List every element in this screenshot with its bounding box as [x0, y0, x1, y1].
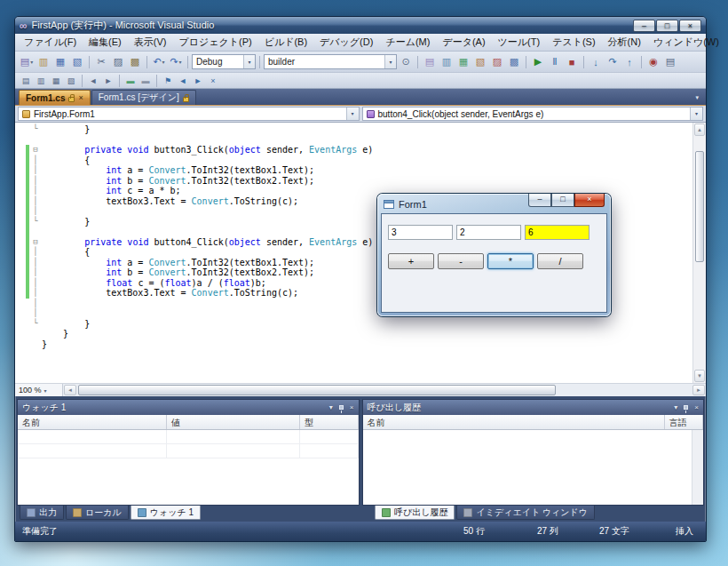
empty-row[interactable]	[18, 444, 359, 458]
redo-icon[interactable]: ↷▾	[168, 54, 184, 70]
callstack-scrollbar[interactable]	[692, 430, 703, 505]
menu-item-6[interactable]: デバッグ(D)	[313, 34, 379, 51]
scrollbar-thumb[interactable]	[695, 151, 704, 262]
form1-button-3[interactable]: *	[487, 253, 534, 269]
document-list-caret-icon[interactable]: ▾	[695, 94, 702, 105]
save-icon[interactable]: ▦	[52, 54, 68, 70]
maximize-button[interactable]: □	[656, 20, 678, 32]
form1-textbox-2[interactable]	[456, 225, 521, 240]
close-tab-icon[interactable]: ×	[78, 93, 83, 102]
types-combo[interactable]: FirstApp.Form1 ▾	[18, 107, 360, 121]
form1-button-4[interactable]: /	[537, 253, 583, 269]
tab-immediate[interactable]: イミディエイト ウィンドウ	[456, 506, 595, 520]
watch-panel-titlebar[interactable]: ウォッチ 1 ▾×	[18, 400, 359, 415]
add-item-icon[interactable]: ▤▾	[19, 54, 35, 70]
continue-icon[interactable]: ▶	[530, 54, 546, 70]
code-line[interactable]: │ int b = Convert.ToInt32(textBox2.Text)…	[15, 176, 692, 187]
code-line[interactable]: ⊟ private void button3_Click(object send…	[15, 145, 692, 155]
scroll-left-icon[interactable]: ◄	[64, 385, 76, 395]
find-combo[interactable]: builder▾	[264, 54, 397, 69]
decrease-indent-icon[interactable]: ◄	[86, 75, 100, 87]
close-icon[interactable]: ×	[350, 403, 354, 411]
window-menu-icon[interactable]: ▾	[674, 403, 677, 411]
pin-icon[interactable]	[339, 405, 344, 410]
close-button[interactable]: ×	[679, 20, 701, 32]
menu-item-11[interactable]: 分析(N)	[602, 34, 647, 51]
break-all-icon[interactable]: Ⅱ	[547, 54, 563, 70]
menu-item-10[interactable]: テスト(S)	[546, 34, 601, 51]
find-icon[interactable]: ⊙	[398, 54, 414, 70]
scrollbar-track[interactable]	[693, 137, 706, 369]
tab-output[interactable]: 出力	[20, 506, 64, 520]
hscrollbar-thumb[interactable]	[78, 385, 556, 395]
solution-explorer-icon[interactable]: ▤	[422, 54, 438, 70]
vertical-scrollbar[interactable]: ▲ ▼	[692, 123, 706, 383]
parameter-info-icon[interactable]: ▥	[34, 75, 48, 87]
quick-info-icon[interactable]: ▦	[49, 75, 63, 87]
undo-icon[interactable]: ↶▾	[151, 54, 167, 70]
cut-icon[interactable]: ✂	[93, 54, 109, 70]
form1-textbox-1[interactable]	[388, 225, 453, 240]
output-window-icon[interactable]: ▤	[662, 54, 678, 70]
menu-item-8[interactable]: データ(A)	[436, 34, 491, 51]
pin-icon[interactable]	[684, 405, 688, 410]
clear-bookmarks-icon[interactable]: ×	[206, 75, 220, 87]
watch-body[interactable]	[18, 430, 359, 505]
copy-icon[interactable]: ▨	[110, 54, 126, 70]
code-line[interactable]: }	[15, 329, 692, 339]
chevron-down-icon[interactable]: ▾	[690, 108, 702, 120]
menu-item-1[interactable]: ファイル(F)	[18, 34, 83, 51]
form1-button-2[interactable]: -	[438, 253, 484, 269]
window-menu-icon[interactable]: ▾	[329, 403, 333, 411]
form1-textbox-3[interactable]	[525, 225, 590, 240]
toggle-bookmark-icon[interactable]: ⚑	[161, 75, 175, 87]
tab-locals[interactable]: ローカル	[66, 506, 129, 520]
scroll-up-icon[interactable]: ▲	[694, 124, 705, 136]
code-line[interactable]: │ {	[15, 155, 692, 166]
uncomment-selection-icon[interactable]: ▬	[138, 75, 153, 87]
open-file-icon[interactable]: ▥	[36, 54, 51, 70]
stop-debug-icon[interactable]: ■	[564, 54, 580, 70]
object-browser-icon[interactable]: ▦	[455, 54, 471, 70]
previous-bookmark-icon[interactable]: ◄	[176, 75, 190, 87]
tab-callstack[interactable]: 呼び出し履歴	[375, 506, 455, 520]
minimize-button[interactable]: –	[633, 20, 655, 32]
title-bar[interactable]: ∞ FirstApp (実行中) - Microsoft Visual Stud…	[15, 17, 706, 34]
increase-indent-icon[interactable]: ►	[101, 75, 115, 87]
next-bookmark-icon[interactable]: ►	[191, 75, 205, 87]
chevron-down-icon[interactable]: ▾	[384, 55, 396, 68]
zoom-combo[interactable]: 100 % ▾	[15, 384, 63, 396]
close-button[interactable]: ×	[574, 194, 605, 207]
menu-item-9[interactable]: ツール(T)	[492, 34, 547, 51]
code-line[interactable]: └ }	[15, 124, 692, 135]
paste-icon[interactable]: ▩	[127, 54, 143, 70]
menu-item-7[interactable]: チーム(M)	[379, 34, 436, 51]
team-explorer-icon[interactable]: ▩	[506, 54, 522, 70]
tab-watch1[interactable]: ウォッチ 1	[131, 506, 201, 520]
menu-item-4[interactable]: プロジェクト(P)	[172, 34, 257, 51]
display-member-list-icon[interactable]: ▤	[19, 75, 33, 87]
document-tab-2[interactable]: Form1.cs [デザイン]	[91, 90, 196, 105]
form1-button-1[interactable]: +	[388, 253, 434, 269]
chevron-down-icon[interactable]: ▾	[346, 108, 359, 120]
maximize-button[interactable]: □	[551, 194, 574, 207]
scroll-right-icon[interactable]: ►	[692, 385, 705, 395]
callstack-body[interactable]	[363, 430, 704, 505]
empty-row[interactable]	[18, 430, 359, 444]
hscrollbar-track[interactable]	[78, 385, 691, 395]
step-out-icon[interactable]: ↑	[621, 54, 637, 70]
close-icon[interactable]: ×	[694, 403, 699, 411]
step-over-icon[interactable]: ↷	[605, 54, 621, 70]
solution-config-combo[interactable]: Debug▾	[192, 54, 256, 69]
properties-window-icon[interactable]: ▥	[439, 54, 455, 70]
menu-item-12[interactable]: ウィンドウ(W)	[647, 34, 725, 51]
callstack-panel-titlebar[interactable]: 呼び出し履歴 ▾×	[363, 400, 704, 415]
code-line[interactable]: └ }	[15, 319, 692, 330]
error-list-icon[interactable]: ▨	[489, 54, 505, 70]
menu-item-3[interactable]: 表示(V)	[128, 34, 173, 51]
breakpoints-window-icon[interactable]: ◉	[645, 54, 661, 70]
menu-item-5[interactable]: ビルド(B)	[258, 34, 313, 51]
toolbox-icon[interactable]: ▧	[472, 54, 488, 70]
scroll-down-icon[interactable]: ▼	[694, 370, 705, 382]
step-into-icon[interactable]: ↓	[588, 54, 604, 70]
